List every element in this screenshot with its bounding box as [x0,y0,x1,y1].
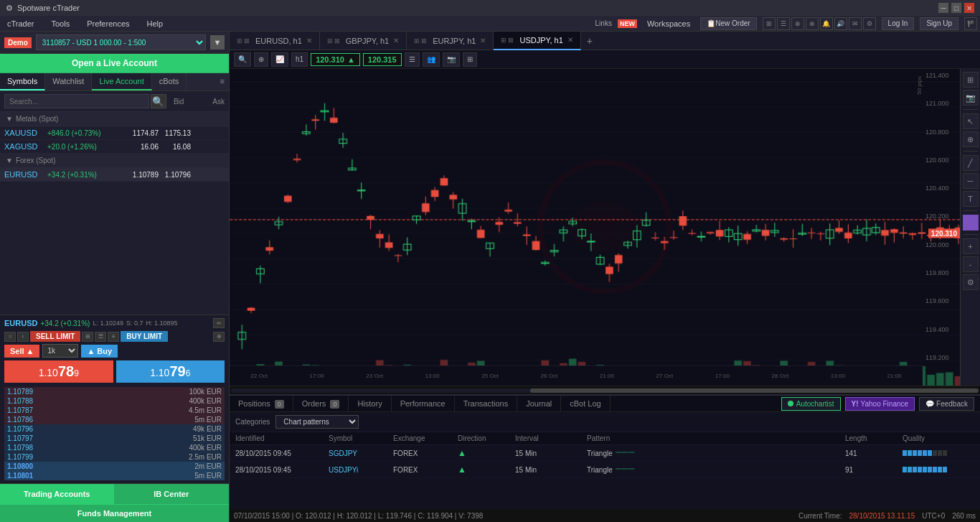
table-row[interactable]: 28/10/2015 09:45 USDJPYi FOREX ▲ 15 Min … [230,462,980,478]
account-selector[interactable]: 3110857 - USD 1 000.00 - 1:500 [36,34,206,50]
toolbar-icon-5[interactable]: 🔔 [820,17,833,30]
usdjpy-popout-icon[interactable]: ⊞ [501,37,507,44]
login-button[interactable]: Log In [882,17,915,30]
sell-button[interactable]: Sell ▲ [4,345,39,358]
gbpjpy-detach-icon[interactable]: ⊠ [334,37,340,45]
cr-settings-icon[interactable]: ⚙ [963,274,979,290]
chart-crosshair-icon[interactable]: ⊕ [254,52,268,67]
flag-icon[interactable]: 🏴 [964,17,977,30]
tw-expand-icon[interactable]: ⊕ [213,332,225,342]
menu-help[interactable]: Help [143,18,168,29]
tw-edit-icon[interactable]: ✏ [213,318,225,328]
chart-social-icon[interactable]: 👥 [423,52,440,67]
buy-button[interactable]: ▲ Buy [81,345,118,358]
chart-indicator-icon[interactable]: 📈 [271,52,288,67]
ob-buy-4[interactable]: 1.10799 2.5m EUR [4,452,225,462]
tab-transactions[interactable]: Transactions [455,396,518,411]
category-metals[interactable]: ▼ Metals (Spot) [0,112,229,126]
funds-management-button[interactable]: Funds Management [0,504,229,522]
tab-performance[interactable]: Performance [392,396,455,411]
toolbar-icon-6[interactable]: 🔊 [834,17,847,30]
ib-center-button[interactable]: IB Center [115,484,230,504]
toolbar-icon-7[interactable]: ✉ [849,17,862,30]
cr-crosshair-icon[interactable]: ⊕ [963,131,979,147]
ob-buy-3[interactable]: 1.10798 400k EUR [4,443,225,452]
tab-symbols[interactable]: Symbols [0,73,45,90]
links-label[interactable]: Links [595,19,612,27]
menu-tools[interactable]: Tools [47,18,75,29]
cr-zoom-in-icon[interactable]: + [963,238,979,254]
cr-grid-icon[interactable]: ⊞ [963,72,979,88]
workspaces-button[interactable]: Workspaces [643,18,694,29]
cr-hline-icon[interactable]: ─ [963,173,979,189]
ob-buy-2[interactable]: 1.10797 51k EUR [4,434,225,443]
tab-settings-icon[interactable]: ≡ [216,73,229,90]
add-chart-tab-button[interactable]: + [581,32,598,50]
yahoo-finance-button[interactable]: Y! Yahoo Finance [845,397,915,411]
minimize-button[interactable]: ─ [938,3,948,13]
toolbar-icon-3[interactable]: ⊕ [791,17,804,30]
account-settings-icon[interactable]: ▼ [210,35,225,50]
menu-preferences[interactable]: Preferences [83,18,133,29]
chart-timeframe-label[interactable]: h1 [291,52,308,67]
tab-journal[interactable]: Journal [517,396,561,411]
chart-settings-icon[interactable]: ☰ [405,52,420,67]
gbpjpy-popout-icon[interactable]: ⊞ [327,37,333,45]
chart-tab-eurusd[interactable]: ⊞ ⊠ EURUSD, h1 ✕ [230,32,320,50]
tab-cbots[interactable]: cBots [152,73,187,90]
eurusd-popout-icon[interactable]: ⊞ [237,37,242,45]
new-order-button[interactable]: 📋 New Order [700,17,756,30]
ob-buy-5[interactable]: 1.10800 2m EUR [4,462,225,471]
table-row[interactable]: 28/10/2015 09:45 SGDJPY FOREX ▲ 15 Min T… [230,445,980,462]
chart-area[interactable]: 121.400 121.000 120.800 120.600 120.400 … [230,69,980,386]
category-forex[interactable]: ▼ Forex (Spot) [0,154,229,168]
sell-limit-button[interactable]: SELL LIMIT [30,331,80,342]
symbol-eurusd[interactable]: EURUSD +34.2 (+0.31%) 1.10789 1.10796 [0,168,229,182]
toolbar-icon-8[interactable]: ⚙ [863,17,876,30]
eurjpy-tab-close[interactable]: ✕ [480,37,486,45]
close-button[interactable]: ✕ [964,3,974,13]
tw-star-icon[interactable]: ☆ [4,332,16,342]
maximize-button[interactable]: □ [951,3,961,13]
tab-cbotlog[interactable]: cBot Log [561,396,610,411]
menu-ctrader[interactable]: cTrader [3,18,39,29]
tw-grid3-icon[interactable]: ≡ [108,332,119,342]
chart-tab-usdjpy[interactable]: ⊞ ⊠ USDJPY, h1 ✕ [494,32,580,50]
cr-cursor-icon[interactable]: ↖ [963,113,979,129]
ob-buy-6[interactable]: 1.10801 5m EUR [4,471,225,480]
usdjpy-detach-icon[interactable]: ⊠ [508,37,514,44]
cr-camera-icon[interactable]: 📷 [963,90,979,106]
autochartist-button[interactable]: Autochartist [781,397,841,411]
chart-scrollbar[interactable] [230,386,980,394]
tw-grid1-icon[interactable]: ⊞ [82,332,93,342]
scrollbar-track[interactable] [231,388,979,393]
tab-positions[interactable]: Positions 0 [230,396,293,411]
cr-text-icon[interactable]: T [963,191,979,207]
cr-zoom-out-icon[interactable]: - [963,256,979,272]
tab-watchlist[interactable]: Watchlist [45,73,92,90]
quantity-select[interactable]: 1k 10k 100k [42,344,78,358]
symbol-xagusd[interactable]: XAGUSD +20.0 (+1.26%) 16.06 16.08 [0,140,229,154]
chart-tab-gbpjpy[interactable]: ⊞ ⊠ GBPJPY, h1 ✕ [320,32,407,50]
cr-trendline-icon[interactable]: ╱ [963,155,979,171]
eurjpy-popout-icon[interactable]: ⊞ [414,37,420,45]
symbol-xauusd[interactable]: XAUUSD +846.0 (+0.73%) 1174.87 1175.13 [0,126,229,140]
toolbar-icon-2[interactable]: ☰ [777,17,790,30]
ob-sell-1[interactable]: 1.10789 100k EUR [4,387,225,396]
scrollbar-thumb[interactable] [530,388,979,393]
tab-orders[interactable]: Orders 0 [293,396,349,411]
toolbar-icon-4[interactable]: ⊗ [806,17,819,30]
chart-camera-icon[interactable]: 📷 [443,52,460,67]
feedback-button[interactable]: 💬 Feedback [919,397,974,411]
toolbar-icon-1[interactable]: ⊞ [763,17,776,30]
tab-live-account[interactable]: Live Account [92,73,151,90]
ob-sell-2[interactable]: 1.10788 400k EUR [4,396,225,406]
sell-price-box[interactable]: 1.10789 [4,360,113,383]
buy-price-box[interactable]: 1.10796 [116,360,225,383]
ob-sell-3[interactable]: 1.10787 4.5m EUR [4,406,225,415]
eurusd-tab-close[interactable]: ✕ [306,37,312,45]
cr-color-icon[interactable] [963,215,979,230]
categories-select[interactable]: Chart patterns Fibonacci patterns [275,415,359,429]
search-input[interactable] [4,94,149,108]
signup-button[interactable]: Sign Up [920,17,958,30]
